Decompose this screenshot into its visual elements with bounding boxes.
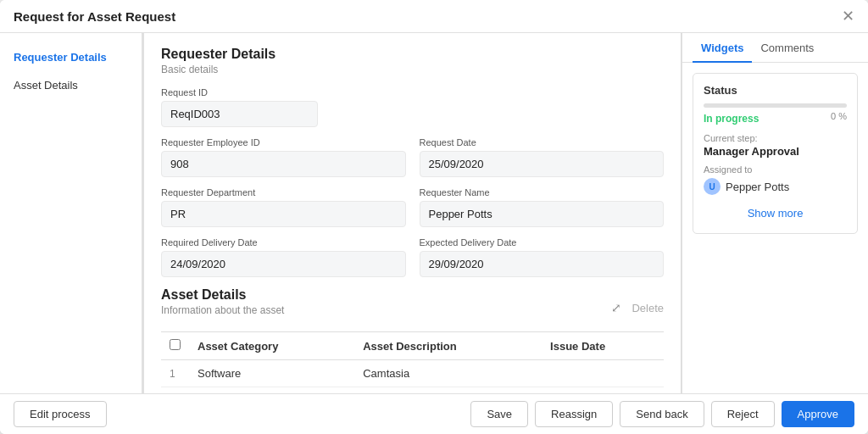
department-label: Requester Department [161,187,406,198]
show-more-button[interactable]: Show more [704,203,847,223]
current-step-value: Manager Approval [704,145,847,158]
sidebar-item-asset-details[interactable]: Asset Details [0,71,142,99]
sidebar: Requester Details Asset Details [0,33,144,393]
requester-name-value: Pepper Potts [420,201,665,227]
send-back-button[interactable]: Send back [620,401,704,427]
asset-actions: ⤢ Delete [611,301,664,314]
request-id-value: ReqID003 [161,101,318,127]
sidebar-item-requester-details[interactable]: Requester Details [0,43,142,71]
tabs-row: Widgets Comments [682,33,868,63]
required-delivery-label: Required Delivery Date [161,237,406,248]
status-in-progress-label: In progress [704,113,759,125]
progress-percent: 0 % [831,111,847,121]
request-date-label: Request Date [420,137,665,147]
request-date-value: 25/09/2020 [420,151,665,177]
employee-id-value: 908 [161,151,406,177]
modal-footer: Edit process Save Reassign Send back Rej… [0,393,868,434]
save-button[interactable]: Save [470,401,528,427]
asset-section-title: Asset Details [161,287,284,303]
department-field: Requester Department PR [161,187,406,227]
avatar: U [704,178,721,195]
assigned-label: Assigned to [704,164,847,175]
department-value: PR [161,201,406,227]
requester-name-label: Requester Name [420,187,665,198]
footer-left: Edit process [14,401,107,427]
table-cell-issue-date [542,360,664,387]
table-cell-checkbox: 1 [161,360,189,387]
tab-widgets[interactable]: Widgets [693,33,752,63]
modal-body: Requester Details Asset Details Requeste… [0,33,868,393]
employee-id-field: Requester Employee ID 908 [161,137,406,177]
status-card-title: Status [704,84,847,97]
asset-header-row: Asset Details Information about the asse… [161,287,664,328]
employee-id-label: Requester Employee ID [161,137,406,147]
table-cell-category: Software [189,360,354,387]
table-header-checkbox [161,332,189,360]
reassign-button[interactable]: Reassign [535,401,613,427]
request-date-field: Request Date 25/09/2020 [420,137,665,177]
expected-delivery-label: Expected Delivery Date [420,237,665,248]
request-id-field: Request ID ReqID003 [161,87,664,127]
delete-button[interactable]: Delete [632,302,664,314]
reject-button[interactable]: Reject [711,401,775,427]
right-panel: Widgets Comments Status In progress 0 % … [682,33,868,393]
table-header-category: Asset Category [189,332,354,360]
required-delivery-value: 24/09/2020 [161,251,406,277]
main-content: Requester Details Basic details Request … [144,33,681,393]
assigned-row: U Pepper Potts [704,178,847,195]
modal-container: Request for Asset Request ✕ Requester De… [0,0,868,434]
table-header-issue-date: Issue Date [542,332,664,360]
tab-comments[interactable]: Comments [752,33,822,63]
table-cell-description: Camtasia [354,360,542,387]
select-all-checkbox[interactable] [170,339,181,350]
table-row: 1 Software Camtasia [161,360,664,387]
footer-right: Save Reassign Send back Reject Approve [470,401,854,427]
approve-button[interactable]: Approve [782,401,854,427]
current-step-label: Current step: [704,133,847,143]
table-header-description: Asset Description [354,332,542,360]
status-panel: Status In progress 0 % Current step: Man… [682,63,868,393]
employee-date-row: Requester Employee ID 908 Request Date 2… [161,137,664,177]
requester-details-section: Requester Details Basic details Request … [161,47,664,277]
requester-section-title: Requester Details [161,47,664,62]
asset-section-info: Asset Details Information about the asse… [161,287,284,328]
close-button[interactable]: ✕ [842,8,854,24]
requester-name-field: Requester Name Pepper Potts [420,187,665,227]
asset-section-subtitle: Information about the asset [161,304,284,316]
asset-table: Asset Category Asset Description Issue D… [161,331,664,387]
assigned-name: Pepper Potts [726,181,789,193]
asset-details-section: Asset Details Information about the asse… [161,287,664,393]
status-card: Status In progress 0 % Current step: Man… [693,73,858,234]
dept-name-row: Requester Department PR Requester Name P… [161,187,664,227]
modal-header: Request for Asset Request ✕ [0,0,868,33]
delivery-dates-row: Required Delivery Date 24/09/2020 Expect… [161,237,664,277]
requester-section-subtitle: Basic details [161,64,664,75]
edit-process-button[interactable]: Edit process [14,401,107,427]
required-delivery-field: Required Delivery Date 24/09/2020 [161,237,406,277]
row-number: 1 [170,368,175,380]
expand-button[interactable]: ⤢ [611,301,621,314]
progress-label-row: In progress 0 % [704,111,847,126]
expected-delivery-field: Expected Delivery Date 29/09/2020 [420,237,665,277]
request-id-label: Request ID [161,87,664,97]
modal-title: Request for Asset Request [14,9,175,24]
table-header-row: Asset Category Asset Description Issue D… [161,332,664,360]
expected-delivery-value: 29/09/2020 [420,251,665,277]
progress-bar-bg [704,103,847,108]
